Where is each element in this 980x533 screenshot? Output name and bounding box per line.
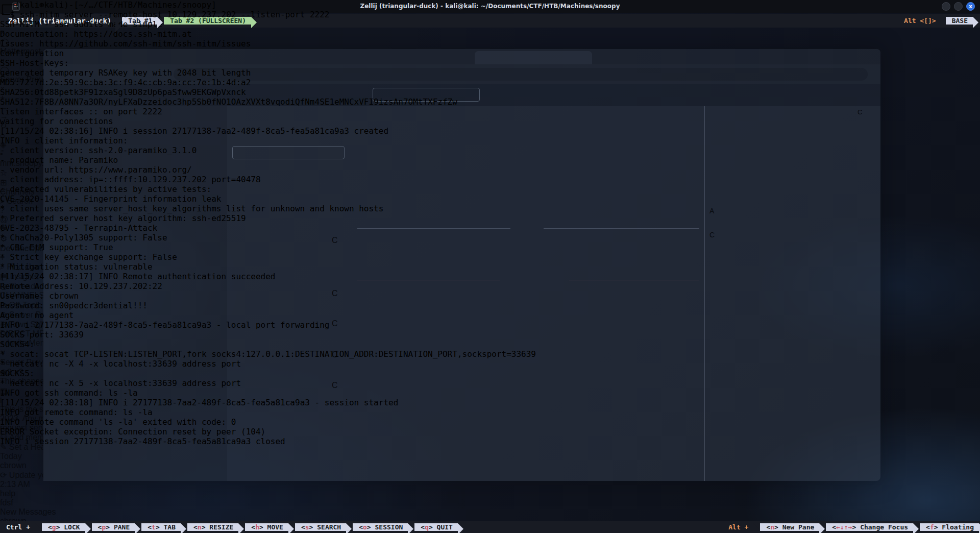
terminal-line: * Strict key exchange support: False bbox=[0, 252, 980, 262]
terminal-line: * Preferred server host key algorithm: s… bbox=[0, 213, 980, 223]
terminal-line: * client uses same server_host_key_algor… bbox=[0, 204, 980, 213]
terminal-line: Agent: no agent bbox=[0, 310, 980, 320]
terminal-line: INFO got remote command: ls -la bbox=[0, 407, 980, 417]
terminal-line: MD5:72:7d:2e:59:9c:ba:3c:f9:4c:cb:9a:cc:… bbox=[0, 78, 980, 87]
terminal-line: CVE-2020-14145 - Fingerprint information… bbox=[0, 194, 980, 204]
terminal-line: [11/15/24 02:38:16] INFO i session 27177… bbox=[0, 126, 980, 136]
terminal-line: SOCKS4: bbox=[0, 340, 980, 349]
ctrl-modifier-label: Ctrl + bbox=[0, 523, 35, 531]
terminal-line: * CBC-EtM support: True bbox=[0, 243, 980, 252]
terminal-line: * netcat: nc -X 5 -x localhost:33639 add… bbox=[0, 378, 980, 388]
keybind-quit[interactable]: <q> QUIT bbox=[414, 523, 458, 531]
terminal-rule: Configuration bbox=[0, 49, 864, 58]
terminal-line: └─$ ssh-mitm server --remote-host 10.129… bbox=[0, 10, 980, 19]
terminal-line: SOCKS port: 33639 bbox=[0, 330, 980, 340]
keybind-search[interactable]: <s> SEARCH bbox=[295, 523, 346, 531]
terminal-line: INFO i client information: bbox=[0, 136, 980, 146]
terminal-line: SOCKS5: bbox=[0, 369, 980, 378]
terminal-line: ⚠ detected vulnerabilities by active tes… bbox=[0, 184, 980, 194]
terminal-line: - client address: ip=::ffff:10.129.237.2… bbox=[0, 175, 980, 184]
terminal-line: CVE-2023-48795 - Terrapin-Attack bbox=[0, 223, 980, 233]
terminal-line: SSH-Host-Keys: bbox=[0, 58, 980, 68]
keybind-floating[interactable]: <f> Floating bbox=[920, 523, 979, 531]
terminal-line: Issues: https://github.com/ssh-mitm/ssh-… bbox=[0, 39, 980, 49]
keybind-change-focus[interactable]: <←↓↑→> Change Focus bbox=[826, 523, 913, 531]
keybind-move[interactable]: <h> MOVE bbox=[245, 523, 288, 531]
terminal-line: SHA256:0td88petk3F91zxaSgl9D8zUp6paSfww9… bbox=[0, 87, 980, 97]
terminal-line: SHA512:7F8B/A8NN7a3OR/nyLFXaDzzeidoc3hp5… bbox=[0, 97, 980, 107]
terminal-line: generated temporary RSAKey key with 2048… bbox=[0, 68, 980, 78]
keybind-tab[interactable]: <t> TAB bbox=[141, 523, 181, 531]
terminal-line: INFO i session 27177138-7aa2-489f-8ca5-f… bbox=[0, 437, 980, 446]
terminal-line: [11/15/24 02:38:18] INFO i 27177138-7aa2… bbox=[0, 398, 980, 407]
terminal-rule: SSH-MITM - ssh audits made simple bbox=[0, 19, 864, 29]
terminal-line: * netcat: nc -X 4 -x localhost:33639 add… bbox=[0, 359, 980, 369]
terminal-line: INFO remote command 'ls -la' exited with… bbox=[0, 417, 980, 427]
terminal-line: INFO i 27177138-7aa2-489f-8ca5-fea5a81ca… bbox=[0, 320, 980, 330]
terminal-line: * Mitigation status: vulnerable bbox=[0, 262, 980, 272]
terminal-line: listen interfaces :: on port 2222 bbox=[0, 107, 980, 116]
alt-modifier-label: Alt + bbox=[722, 523, 753, 531]
terminal-pane[interactable]: SSH-MITM - ssh audits made simple SCROLL… bbox=[0, 0, 980, 10]
keybind-lock[interactable]: <g> LOCK bbox=[42, 523, 85, 531]
keybind-new-pane[interactable]: <n> New Pane bbox=[760, 523, 819, 531]
keybind-session[interactable]: <o> SESSION bbox=[353, 523, 408, 531]
keybind-resize[interactable]: <n> RESIZE bbox=[187, 523, 238, 531]
terminal-line: Password: sn00pedcr3dential!!! bbox=[0, 301, 980, 310]
terminal-line: Documentation: https://docs.ssh-mitm.at bbox=[0, 29, 980, 39]
terminal-rule: waiting for connections bbox=[0, 116, 864, 126]
terminal-line: * ChaCha20-Poly1305 support: False bbox=[0, 233, 980, 243]
terminal-line: Remote Address: 10.129.237.202:22 bbox=[0, 281, 980, 291]
terminal-line: Username: cbrown bbox=[0, 291, 980, 301]
terminal-line: - client version: ssh-2.0-paramiko_3.1.0 bbox=[0, 146, 980, 155]
terminal-line: INFO got ssh command: ls -la bbox=[0, 388, 980, 398]
terminal-line: ┌──(kali⊛kali)-[~/…/CTF/HTB/Machines/sno… bbox=[0, 0, 980, 10]
terminal-line: ERROR Socket exception: Connection reset… bbox=[0, 427, 980, 437]
terminal-line: * socat: socat TCP-LISTEN:LISTEN_PORT,fo… bbox=[0, 349, 980, 359]
keybind-pane[interactable]: <p> PANE bbox=[92, 523, 135, 531]
terminal-line: - vendor url: https://www.paramiko.org/ bbox=[0, 165, 980, 175]
terminal-line: - product name: Paramiko bbox=[0, 155, 980, 165]
terminal-line: [11/15/24 02:38:17] INFO Remote authenti… bbox=[0, 272, 980, 281]
zellij-status-bar: Ctrl +<g> LOCK<p> PANE<t> TAB<n> RESIZE<… bbox=[0, 521, 980, 533]
